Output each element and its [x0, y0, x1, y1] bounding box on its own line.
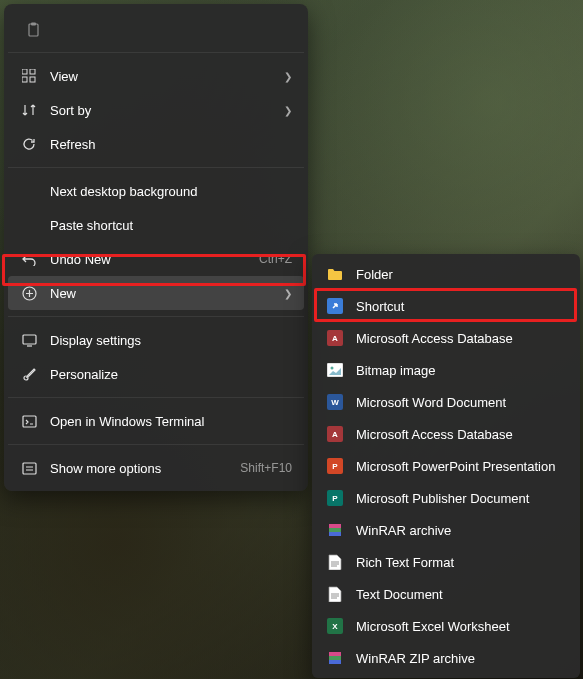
new-submenu: FolderShortcutAMicrosoft Access Database…	[312, 254, 580, 678]
submenu-item-bitmap-image[interactable]: Bitmap image	[316, 354, 576, 386]
menu-item-undo-new[interactable]: Undo New Ctrl+Z	[8, 242, 304, 276]
svg-rect-15	[329, 528, 341, 532]
file-icon: A	[326, 425, 344, 443]
menu-label: Display settings	[50, 333, 292, 348]
menu-item-new[interactable]: New ❯	[8, 276, 304, 310]
submenu-item-microsoft-word-document[interactable]: WMicrosoft Word Document	[316, 386, 576, 418]
file-icon: W	[326, 393, 344, 411]
display-icon	[20, 331, 38, 349]
menu-item-sort-by[interactable]: Sort by ❯	[8, 93, 304, 127]
submenu-item-text-document[interactable]: Text Document	[316, 578, 576, 610]
brush-icon	[20, 365, 38, 383]
sort-icon	[20, 101, 38, 119]
svg-rect-10	[23, 463, 36, 474]
submenu-item-microsoft-excel-worksheet[interactable]: XMicrosoft Excel Worksheet	[316, 610, 576, 642]
folder-icon	[326, 265, 344, 283]
rar-icon	[326, 649, 344, 667]
submenu-label: Rich Text Format	[356, 555, 454, 570]
menu-shortcut: Ctrl+Z	[259, 252, 292, 266]
svg-rect-9	[23, 416, 36, 427]
menu-item-next-desktop-background[interactable]: Next desktop background	[8, 174, 304, 208]
terminal-icon	[20, 412, 38, 430]
context-menu-toolbar	[8, 8, 304, 53]
submenu-label: Shortcut	[356, 299, 404, 314]
svg-rect-3	[30, 69, 35, 74]
grid-icon	[20, 67, 38, 85]
menu-item-open-terminal[interactable]: Open in Windows Terminal	[8, 404, 304, 438]
svg-rect-2	[22, 69, 27, 74]
submenu-item-microsoft-access-database[interactable]: AMicrosoft Access Database	[316, 418, 576, 450]
submenu-item-microsoft-publisher-document[interactable]: PMicrosoft Publisher Document	[316, 482, 576, 514]
svg-rect-0	[29, 24, 38, 36]
doc-icon	[326, 585, 344, 603]
submenu-label: Microsoft Word Document	[356, 395, 506, 410]
rar-icon	[326, 521, 344, 539]
svg-rect-7	[23, 335, 36, 344]
chevron-right-icon: ❯	[284, 105, 292, 116]
submenu-item-winrar-zip-archive[interactable]: WinRAR ZIP archive	[316, 642, 576, 674]
image-icon	[326, 361, 344, 379]
svg-point-12	[331, 367, 334, 370]
plus-circle-icon	[20, 284, 38, 302]
submenu-label: Folder	[356, 267, 393, 282]
submenu-item-microsoft-access-database[interactable]: AMicrosoft Access Database	[316, 322, 576, 354]
divider	[8, 167, 304, 168]
menu-label: Sort by	[50, 103, 284, 118]
submenu-label: Microsoft Access Database	[356, 427, 513, 442]
menu-item-paste-shortcut[interactable]: Paste shortcut	[8, 208, 304, 242]
svg-rect-14	[329, 524, 341, 528]
menu-label: Personalize	[50, 367, 292, 382]
menu-label: Show more options	[50, 461, 240, 476]
more-icon	[20, 459, 38, 477]
svg-rect-19	[329, 656, 341, 660]
submenu-label: WinRAR archive	[356, 523, 451, 538]
menu-item-view[interactable]: View ❯	[8, 59, 304, 93]
svg-rect-20	[329, 660, 341, 664]
shortcut-icon	[326, 297, 344, 315]
submenu-item-rich-text-format[interactable]: Rich Text Format	[316, 546, 576, 578]
svg-rect-16	[329, 532, 341, 536]
submenu-label: WinRAR ZIP archive	[356, 651, 475, 666]
submenu-label: Microsoft PowerPoint Presentation	[356, 459, 555, 474]
submenu-label: Microsoft Publisher Document	[356, 491, 529, 506]
menu-item-display-settings[interactable]: Display settings	[8, 323, 304, 357]
divider	[8, 316, 304, 317]
chevron-right-icon: ❯	[284, 288, 292, 299]
menu-item-refresh[interactable]: Refresh	[8, 127, 304, 161]
menu-label: Paste shortcut	[50, 218, 292, 233]
file-icon: A	[326, 329, 344, 347]
svg-rect-1	[31, 23, 36, 26]
menu-label: Refresh	[50, 137, 292, 152]
divider	[8, 397, 304, 398]
menu-label: Undo New	[50, 252, 259, 267]
menu-shortcut: Shift+F10	[240, 461, 292, 475]
menu-item-personalize[interactable]: Personalize	[8, 357, 304, 391]
submenu-label: Text Document	[356, 587, 443, 602]
menu-item-show-more-options[interactable]: Show more options Shift+F10	[8, 451, 304, 485]
menu-label: Open in Windows Terminal	[50, 414, 292, 429]
submenu-item-microsoft-powerpoint-presentation[interactable]: PMicrosoft PowerPoint Presentation	[316, 450, 576, 482]
submenu-label: Microsoft Access Database	[356, 331, 513, 346]
submenu-item-winrar-archive[interactable]: WinRAR archive	[316, 514, 576, 546]
svg-rect-18	[329, 652, 341, 656]
submenu-label: Bitmap image	[356, 363, 435, 378]
refresh-icon	[20, 135, 38, 153]
menu-label: View	[50, 69, 284, 84]
file-icon: P	[326, 457, 344, 475]
svg-rect-5	[30, 77, 35, 82]
doc-icon	[326, 553, 344, 571]
submenu-label: Microsoft Excel Worksheet	[356, 619, 510, 634]
divider	[8, 444, 304, 445]
svg-rect-4	[22, 77, 27, 82]
menu-label: New	[50, 286, 284, 301]
desktop-context-menu: View ❯ Sort by ❯ Refresh Next desktop ba…	[4, 4, 308, 491]
submenu-item-folder[interactable]: Folder	[316, 258, 576, 290]
paste-icon[interactable]	[18, 14, 50, 46]
menu-label: Next desktop background	[50, 184, 292, 199]
undo-icon	[20, 250, 38, 268]
chevron-right-icon: ❯	[284, 71, 292, 82]
submenu-item-shortcut[interactable]: Shortcut	[316, 290, 576, 322]
file-icon: P	[326, 489, 344, 507]
file-icon: X	[326, 617, 344, 635]
